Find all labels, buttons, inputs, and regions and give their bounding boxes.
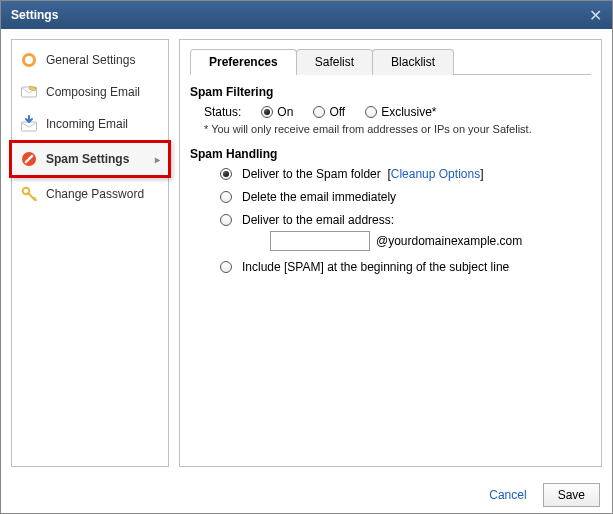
handling-delete[interactable]: Delete the email immediately: [190, 190, 591, 204]
dialog-body: General Settings Composing Email Incomin…: [1, 29, 612, 477]
radio-icon: [220, 168, 232, 180]
close-icon[interactable]: ✕: [589, 6, 602, 25]
radio-icon: [313, 106, 325, 118]
handling-tag-subject[interactable]: Include [SPAM] at the beginning of the s…: [190, 260, 591, 274]
spam-handling-heading: Spam Handling: [190, 147, 591, 161]
radio-icon: [365, 106, 377, 118]
sidebar: General Settings Composing Email Incomin…: [11, 39, 169, 467]
tab-blacklist[interactable]: Blacklist: [372, 49, 454, 75]
forward-address-input[interactable]: [270, 231, 370, 251]
tab-preferences[interactable]: Preferences: [190, 49, 297, 75]
cancel-button[interactable]: Cancel: [483, 484, 532, 506]
footer: Cancel Save: [1, 477, 612, 511]
sidebar-item-label: Composing Email: [46, 85, 140, 99]
forward-domain: @yourdomainexample.com: [376, 234, 522, 248]
status-label: Status:: [204, 105, 241, 119]
status-row: Status: On Off Exclusive*: [190, 105, 591, 119]
gear-icon: [20, 51, 38, 69]
radio-icon: [220, 191, 232, 203]
sidebar-item-label: General Settings: [46, 53, 135, 67]
filter-note: * You will only receive email from addre…: [190, 123, 591, 135]
window-title: Settings: [11, 8, 58, 22]
radio-icon: [220, 261, 232, 273]
sidebar-item-general[interactable]: General Settings: [12, 44, 168, 76]
handling-deliver-spam[interactable]: Deliver to the Spam folder [Cleanup Opti…: [190, 167, 591, 181]
block-icon: [20, 150, 38, 168]
sidebar-item-composing[interactable]: Composing Email: [12, 76, 168, 108]
chevron-right-icon: ▸: [155, 154, 160, 165]
content-panel: Preferences Safelist Blacklist Spam Filt…: [179, 39, 602, 467]
tab-safelist[interactable]: Safelist: [296, 49, 373, 75]
sidebar-item-spam[interactable]: Spam Settings ▸: [9, 140, 171, 178]
handling-address-row: @yourdomainexample.com: [190, 231, 591, 251]
svg-point-1: [27, 58, 31, 62]
handling-deliver-address[interactable]: Deliver to the email address:: [190, 213, 591, 227]
titlebar: Settings ✕: [1, 1, 612, 29]
sidebar-item-label: Change Password: [46, 187, 144, 201]
radio-icon: [261, 106, 273, 118]
cleanup-options-link[interactable]: Cleanup Options: [391, 167, 480, 181]
radio-off[interactable]: Off: [313, 105, 345, 119]
incoming-icon: [20, 115, 38, 133]
tabs: Preferences Safelist Blacklist: [190, 48, 591, 75]
radio-icon: [220, 214, 232, 226]
radio-exclusive[interactable]: Exclusive*: [365, 105, 436, 119]
sidebar-item-incoming[interactable]: Incoming Email: [12, 108, 168, 140]
save-button[interactable]: Save: [543, 483, 600, 507]
sidebar-item-label: Spam Settings: [46, 152, 129, 166]
radio-on[interactable]: On: [261, 105, 293, 119]
spam-filtering-heading: Spam Filtering: [190, 85, 591, 99]
key-icon: [20, 185, 38, 203]
sidebar-item-label: Incoming Email: [46, 117, 128, 131]
sidebar-item-password[interactable]: Change Password: [12, 178, 168, 210]
compose-icon: [20, 83, 38, 101]
